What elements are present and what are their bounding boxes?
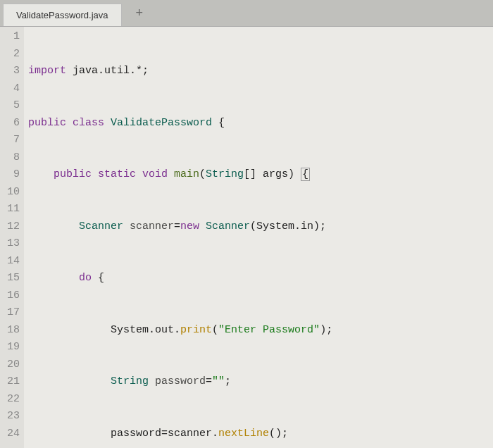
line-number: 22 xyxy=(0,391,20,409)
line-number: 3 xyxy=(0,63,20,80)
code-area[interactable]: import java.util.*; public class Validat… xyxy=(24,27,493,448)
line-number: 17 xyxy=(0,304,20,322)
line-number: 18 xyxy=(0,322,20,340)
line-number: 11 xyxy=(0,201,20,218)
code-line: String password=""; xyxy=(28,373,493,391)
code-line: public static void main(String[] args) { xyxy=(28,166,493,184)
line-number: 23 xyxy=(0,408,20,425)
code-line: System.out.print("Enter Password"); xyxy=(28,322,493,340)
line-number: 20 xyxy=(0,356,20,374)
line-number: 6 xyxy=(0,115,20,132)
code-editor[interactable]: 1 2 3 4 5 6 7 8 9 10 11 12 13 14 15 16 1… xyxy=(0,27,493,448)
line-number: 1 xyxy=(0,28,20,46)
line-number: 9 xyxy=(0,166,20,184)
tab-file[interactable]: ValidatePassword.java xyxy=(3,4,122,26)
line-number: 7 xyxy=(0,132,20,149)
line-number: 10 xyxy=(0,184,20,201)
line-gutter: 1 2 3 4 5 6 7 8 9 10 11 12 13 14 15 16 1… xyxy=(0,27,24,448)
line-number: 21 xyxy=(0,373,20,391)
line-number: 24 xyxy=(0,425,20,443)
line-number: 14 xyxy=(0,253,20,270)
code-line: public class ValidatePassword { xyxy=(28,115,493,132)
line-number: 2 xyxy=(0,46,20,63)
line-number: 13 xyxy=(0,235,20,253)
code-line: do { xyxy=(28,270,493,287)
line-number: 19 xyxy=(0,339,20,356)
line-number: 8 xyxy=(0,149,20,167)
tab-add-button[interactable]: + xyxy=(127,1,152,25)
line-number: 15 xyxy=(0,270,20,287)
code-line: Scanner scanner=new Scanner(System.in); xyxy=(28,218,493,236)
line-number: 16 xyxy=(0,287,20,305)
code-line: password=scanner.nextLine(); xyxy=(28,425,493,443)
line-number: 4 xyxy=(0,80,20,98)
code-line: import java.util.*; xyxy=(28,63,493,80)
line-number: 12 xyxy=(0,218,20,236)
tab-bar: ValidatePassword.java + xyxy=(0,0,493,27)
line-number: 5 xyxy=(0,97,20,115)
